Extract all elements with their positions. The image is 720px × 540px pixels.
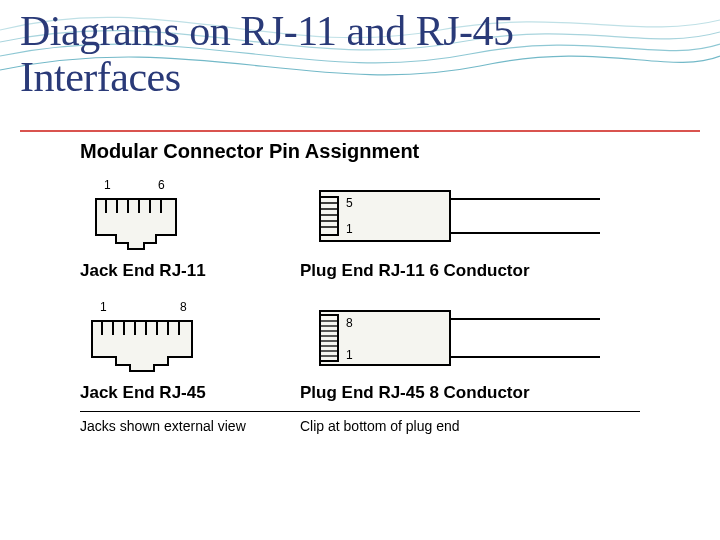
jack-rj11-cell: 1 6 Jack End RJ-11: [80, 177, 300, 281]
content-area: Modular Connector Pin Assignment 1 6 Jac…: [80, 140, 640, 434]
svg-rect-23: [320, 311, 450, 365]
jack-rj45-diagram: 1 8: [80, 299, 210, 377]
row-rj11: 1 6 Jack End RJ-11: [80, 177, 640, 281]
jack-rj45-caption: Jack End RJ-45: [80, 383, 300, 403]
notes-row: Jacks shown external view Clip at bottom…: [80, 418, 640, 434]
pin-label-bottom: 1: [346, 222, 353, 236]
divider-line: [80, 411, 640, 412]
plug-rj45-diagram: 8 1: [300, 299, 600, 377]
pin-label-start: 1: [100, 300, 107, 314]
svg-rect-6: [320, 191, 450, 241]
note-clip-position: Clip at bottom of plug end: [300, 418, 620, 434]
pin-label-start: 1: [104, 178, 111, 192]
plug-rj45-cell: 8 1 Plug End RJ-45 8 Conductor: [300, 299, 620, 403]
section-title: Modular Connector Pin Assignment: [80, 140, 640, 163]
svg-rect-24: [320, 315, 338, 361]
plug-rj11-caption: Plug End RJ-11 6 Conductor: [300, 261, 620, 281]
pin-label-top: 5: [346, 196, 353, 210]
pin-label-end: 8: [180, 300, 187, 314]
pin-label-bottom: 1: [346, 348, 353, 362]
title-underline: [20, 130, 700, 132]
jack-rj11-caption: Jack End RJ-11: [80, 261, 300, 281]
row-rj45: 1 8 Jack End RJ-45: [80, 299, 640, 403]
page-title: Diagrams on RJ-11 and RJ-45 Interfaces: [20, 8, 620, 100]
jack-rj45-cell: 1 8 Jack End RJ-45: [80, 299, 300, 403]
plug-rj11-cell: 5 1 Plug End RJ-11 6 Conductor: [300, 177, 620, 281]
jack-rj11-diagram: 1 6: [80, 177, 200, 255]
slide: Diagrams on RJ-11 and RJ-45 Interfaces M…: [0, 0, 720, 540]
note-jacks-view: Jacks shown external view: [80, 418, 300, 434]
plug-rj45-caption: Plug End RJ-45 8 Conductor: [300, 383, 620, 403]
plug-rj11-diagram: 5 1: [300, 177, 600, 255]
pin-label-top: 8: [346, 316, 353, 330]
pin-label-end: 6: [158, 178, 165, 192]
